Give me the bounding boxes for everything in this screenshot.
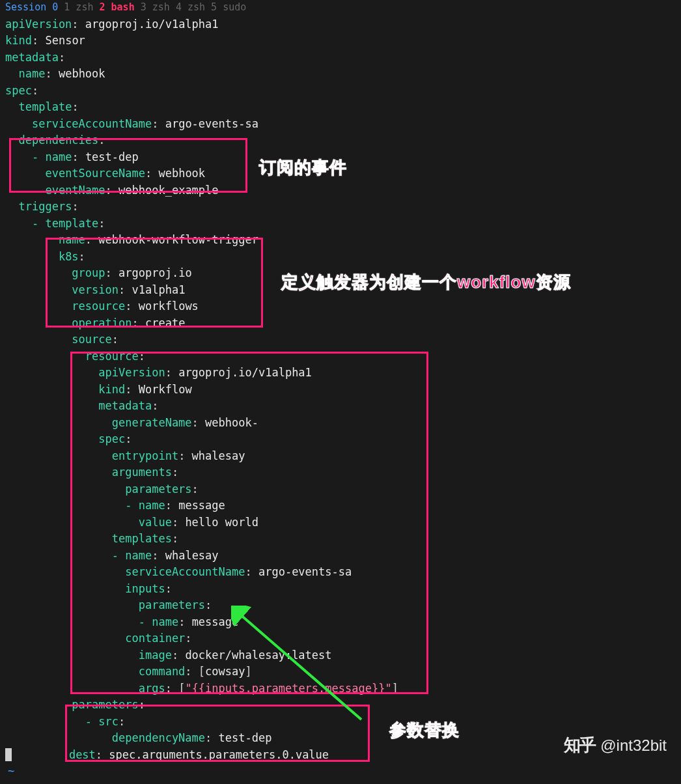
yaml-value: create — [145, 316, 185, 329]
yaml-value: test-dep — [219, 731, 272, 744]
yaml-value: argoproj.io — [118, 266, 192, 279]
yaml-value: test-dep — [85, 150, 139, 163]
yaml-key: operation — [72, 316, 132, 329]
yaml-key: templates — [112, 532, 172, 545]
yaml-key: value — [139, 516, 172, 529]
yaml-key: arguments — [112, 466, 172, 479]
yaml-key: name — [152, 615, 178, 628]
yaml-key: dest — [69, 748, 96, 761]
yaml-value: "{{inputs.parameters.message}}" — [185, 682, 391, 695]
yaml-key: entrypoint — [112, 449, 178, 462]
yaml-key: metadata — [98, 399, 152, 412]
annotation-label: 参数替换 — [389, 718, 460, 743]
yaml-value: message — [192, 615, 239, 628]
tab-inactive-rest[interactable]: 3 zsh 4 zsh 5 sudo — [135, 1, 247, 13]
yaml-key: inputs — [125, 582, 165, 595]
yaml-key: source — [72, 333, 111, 346]
watermark-handle: @int32bit — [600, 734, 667, 757]
yaml-key: generateName — [112, 416, 192, 429]
yaml-key: src — [98, 715, 118, 728]
vim-tilde: ~ — [5, 763, 676, 780]
yaml-key: dependencies — [18, 133, 98, 147]
yaml-key: kind — [98, 383, 125, 396]
yaml-key: serviceAccountName — [32, 117, 152, 130]
tab-inactive[interactable]: 1 zsh — [64, 1, 99, 13]
yaml-value: message — [178, 499, 225, 512]
yaml-key: k8s — [59, 250, 79, 263]
yaml-value: workflows — [139, 300, 199, 313]
yaml-value: cowsay — [205, 665, 245, 678]
yaml-key: version — [72, 283, 118, 296]
yaml-value: webhook-workflow-trigger — [98, 233, 258, 246]
yaml-key: name — [59, 233, 85, 246]
yaml-key: serviceAccountName — [125, 565, 245, 578]
yaml-key: metadata — [5, 51, 59, 64]
yaml-key: resource — [72, 300, 125, 313]
yaml-value: whalesay — [165, 549, 219, 562]
yaml-key: name — [45, 150, 72, 163]
tmux-tabbar: Session 0 1 zsh 2 bash 3 zsh 4 zsh 5 sud… — [5, 0, 676, 16]
terminal-view: Session 0 1 zsh 2 bash 3 zsh 4 zsh 5 sud… — [0, 0, 681, 780]
yaml-key: apiVersion — [5, 18, 72, 31]
annotation-label: 订阅的事件 — [259, 155, 347, 180]
yaml-key: spec — [5, 84, 32, 97]
yaml-value: webhook_example — [118, 184, 219, 197]
yaml-value: argo-events-sa — [258, 565, 352, 578]
yaml-key: resource — [85, 350, 139, 363]
yaml-key: image — [139, 649, 172, 662]
tab-active[interactable]: 2 bash — [100, 1, 135, 13]
yaml-key: template — [18, 100, 72, 113]
yaml-key: dependencyName — [112, 731, 205, 744]
yaml-value: argo-events-sa — [165, 117, 258, 130]
yaml-key: eventName — [45, 184, 105, 197]
yaml-value: Sensor — [45, 34, 85, 47]
yaml-value: spec.arguments.parameters.0.value — [109, 748, 329, 761]
yaml-key: group — [72, 266, 105, 279]
yaml-value: v1alpha1 — [132, 283, 186, 296]
yaml-key: args — [139, 682, 165, 695]
yaml-key: parameters — [72, 698, 138, 711]
yaml-key: name — [18, 67, 45, 80]
yaml-key: eventSourceName — [45, 167, 145, 180]
yaml-value: hello world — [185, 516, 258, 529]
yaml-value: webhook- — [205, 416, 258, 429]
yaml-content: apiVersion: argoproj.io/v1alpha1 kind: S… — [5, 16, 676, 780]
yaml-value: docker/whalesay:latest — [185, 649, 331, 662]
yaml-value: webhook — [59, 67, 105, 80]
yaml-key: triggers — [18, 200, 72, 213]
annotation-label: 定义触发器为创建一个workflow资源 — [281, 270, 571, 295]
yaml-value: argoproj.io/v1alpha1 — [85, 18, 219, 31]
yaml-key: kind — [5, 34, 32, 47]
cursor-icon — [5, 748, 12, 761]
yaml-key: template — [45, 217, 98, 230]
yaml-key: spec — [98, 432, 125, 445]
zhihu-logo-icon: 知乎 — [564, 733, 595, 758]
yaml-value: Workflow — [139, 383, 192, 396]
yaml-key: name — [125, 549, 152, 562]
yaml-value: argoproj.io/v1alpha1 — [178, 366, 312, 379]
yaml-key: apiVersion — [98, 366, 165, 379]
yaml-value: webhook — [158, 167, 205, 180]
session-label: Session 0 — [5, 1, 58, 13]
yaml-key: parameters — [139, 598, 205, 611]
yaml-key: parameters — [125, 483, 191, 496]
watermark: 知乎 @int32bit — [564, 733, 667, 758]
yaml-key: container — [125, 632, 185, 645]
yaml-key: command — [139, 665, 186, 678]
yaml-value: whalesay — [192, 449, 245, 462]
yaml-key: name — [139, 499, 165, 512]
